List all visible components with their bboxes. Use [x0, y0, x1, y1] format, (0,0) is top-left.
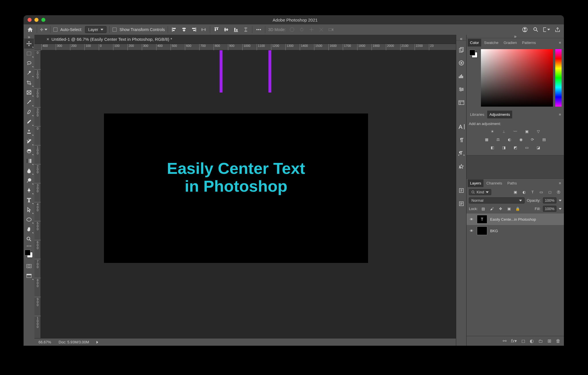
lock-pixels-icon[interactable]: 🖌: [489, 206, 495, 211]
filter-shape-icon[interactable]: ▭: [538, 190, 544, 195]
tab-patterns[interactable]: Patterns: [520, 39, 538, 47]
vibrance-icon[interactable]: ▽: [535, 129, 541, 134]
align-horizontal-centers-button[interactable]: [181, 26, 187, 33]
actions-panel-icon[interactable]: [457, 186, 465, 195]
tab-channels[interactable]: Channels: [484, 179, 504, 187]
filter-adjustment-icon[interactable]: ◐: [521, 190, 527, 195]
selective-color-icon[interactable]: ◪: [535, 145, 541, 150]
glyphs-panel-icon[interactable]: [457, 149, 465, 157]
zoom-level[interactable]: 66.67%: [38, 340, 51, 344]
layer-name[interactable]: Easily Cente...in Photoshop: [490, 217, 536, 222]
search-icon[interactable]: [532, 26, 539, 33]
layer-group-icon[interactable]: 🗀: [538, 339, 543, 344]
navigator-panel-icon[interactable]: [457, 59, 465, 67]
canvas[interactable]: Easily Center Text in Photoshop: [104, 114, 368, 263]
lock-artboard-icon[interactable]: ▣: [506, 206, 512, 211]
blend-mode-dropdown[interactable]: Normal: [469, 197, 525, 203]
align-vertical-centers-button[interactable]: [223, 26, 230, 33]
new-layer-icon[interactable]: ⊞: [548, 338, 551, 344]
threshold-icon[interactable]: ◩: [512, 145, 519, 150]
ruler-horizontal[interactable]: 4003002001000100200300400500600700800900…: [34, 44, 456, 50]
layers-panel-menu-icon[interactable]: ≡: [557, 180, 563, 186]
strip-expand-icon[interactable]: «: [456, 37, 466, 41]
filter-smart-icon[interactable]: ◻: [547, 190, 553, 195]
brightness-contrast-icon[interactable]: ☀: [489, 129, 496, 134]
move-tool[interactable]: [24, 39, 34, 49]
tab-paths[interactable]: Paths: [505, 179, 519, 187]
move-tool-icon[interactable]: [40, 26, 47, 33]
opacity-field[interactable]: 100%: [543, 197, 556, 203]
color-fgbg-swatch[interactable]: [469, 49, 479, 59]
lock-transparency-icon[interactable]: ▨: [480, 206, 486, 211]
align-top-edges-button[interactable]: [213, 26, 220, 33]
layer-filter-dropdown[interactable]: Kind: [469, 189, 491, 195]
healing-brush-tool[interactable]: [24, 107, 34, 117]
layer-fx-icon[interactable]: fx▾: [511, 338, 517, 344]
distribute-vertical-button[interactable]: [242, 26, 249, 33]
layer-visibility-icon[interactable]: 👁: [469, 217, 474, 222]
color-field[interactable]: [481, 49, 553, 107]
blur-tool[interactable]: [24, 166, 34, 176]
distribute-horizontal-button[interactable]: [200, 26, 207, 33]
layer-row[interactable]: 👁 BKG: [467, 225, 564, 236]
window-minimize-button[interactable]: [34, 18, 38, 22]
canvas-text-layer[interactable]: Easily Center Text in Photoshop: [104, 159, 368, 195]
clone-stamp-tool[interactable]: [24, 127, 34, 136]
character-styles-panel-icon[interactable]: [457, 162, 465, 170]
exposure-icon[interactable]: ▣: [524, 129, 530, 134]
align-left-edges-button[interactable]: [171, 26, 178, 33]
cloud-docs-icon[interactable]: [521, 26, 528, 33]
filter-toggle[interactable]: ⦿: [555, 190, 562, 195]
history-panel-icon[interactable]: [457, 46, 465, 54]
hand-tool[interactable]: [24, 224, 34, 234]
fill-field[interactable]: 100%: [543, 206, 556, 212]
curves-icon[interactable]: 〰: [512, 129, 519, 134]
magic-wand-tool[interactable]: [24, 68, 34, 78]
eyedropper-tool[interactable]: [24, 97, 34, 107]
frame-tool[interactable]: [24, 88, 34, 97]
lock-all-icon[interactable]: 🔒: [514, 206, 521, 211]
delete-layer-icon[interactable]: 🗑: [556, 339, 560, 344]
layer-thumbnail[interactable]: T: [477, 215, 487, 224]
history-brush-tool[interactable]: [24, 136, 34, 146]
tab-color[interactable]: Color: [468, 39, 481, 47]
edit-toolbar-button[interactable]: [24, 244, 34, 248]
brush-tool[interactable]: [24, 117, 34, 127]
hue-slider[interactable]: [555, 49, 562, 107]
channel-mixer-icon[interactable]: ⟳: [529, 137, 536, 142]
type-tool[interactable]: [24, 195, 34, 205]
character-panel-icon[interactable]: [457, 123, 465, 131]
close-tab-icon[interactable]: ×: [47, 37, 49, 42]
foreground-background-color[interactable]: [24, 249, 34, 259]
canvas-viewport[interactable]: Easily Center Text in Photoshop: [41, 50, 456, 338]
window-maximize-button[interactable]: [41, 18, 45, 22]
tab-libraries[interactable]: Libraries: [468, 111, 487, 118]
info-panel-icon[interactable]: [457, 99, 465, 107]
histogram-panel-icon[interactable]: [457, 72, 465, 80]
layer-visibility-icon[interactable]: 👁: [469, 229, 474, 233]
lock-position-icon[interactable]: ✥: [497, 206, 504, 211]
share-icon[interactable]: [554, 26, 561, 33]
doc-size[interactable]: Doc: 5.93M/3.00M: [59, 340, 89, 344]
auto-select-dropdown[interactable]: Layer: [85, 26, 107, 33]
posterize-icon[interactable]: ◨: [501, 145, 507, 150]
color-panel-menu-icon[interactable]: ≡: [557, 39, 563, 46]
filter-type-icon[interactable]: T: [529, 190, 536, 195]
filter-pixel-icon[interactable]: ▣: [512, 190, 519, 195]
layer-name[interactable]: BKG: [490, 229, 498, 233]
adjustments-panel-menu-icon[interactable]: ≡: [557, 111, 563, 118]
gradient-tool[interactable]: [24, 156, 34, 166]
document-tab[interactable]: × Untitled-1 @ 66.7% (Easily Center Text…: [43, 36, 176, 43]
layer-mask-icon[interactable]: ◻: [521, 338, 525, 344]
tab-adjustments[interactable]: Adjustments: [487, 111, 512, 118]
workspace-switcher-icon[interactable]: [543, 26, 550, 33]
screen-mode-button[interactable]: [24, 271, 34, 281]
more-options-button[interactable]: [255, 26, 262, 33]
panels-expand-icon[interactable]: »: [467, 35, 564, 38]
ruler-vertical[interactable]: 0100200300010020030040050060070080090010…: [34, 50, 41, 338]
layer-row[interactable]: 👁 T Easily Cente...in Photoshop: [467, 214, 564, 225]
tab-layers[interactable]: Layers: [468, 179, 483, 187]
window-close-button[interactable]: [28, 18, 32, 22]
notes-panel-icon[interactable]: [457, 200, 465, 208]
link-layers-icon[interactable]: ⚯: [503, 338, 506, 344]
